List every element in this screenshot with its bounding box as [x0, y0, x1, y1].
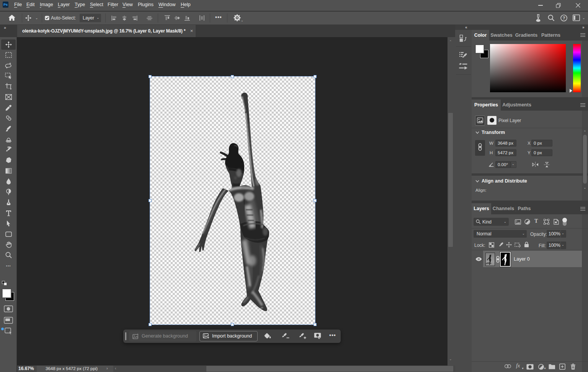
svg-text:?: ? [563, 16, 565, 20]
